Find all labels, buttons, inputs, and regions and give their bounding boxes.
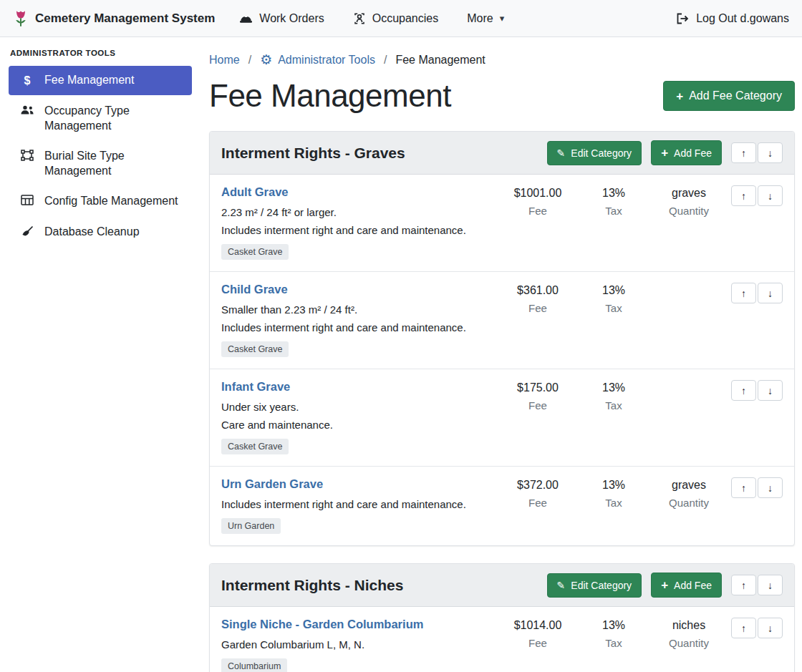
fee-amount: $1001.00 <box>498 187 578 200</box>
move-fee-down-button[interactable]: ↓ <box>758 618 783 638</box>
fee-amount-col: $175.00 Fee <box>498 380 578 412</box>
fee-quantity: graves <box>649 187 728 200</box>
sidebar-item-label: Burial Site Type Management <box>44 149 183 178</box>
sidebar-item-database-cleanup[interactable]: Database Cleanup <box>9 218 192 246</box>
pencil-icon: ✎ <box>557 148 566 158</box>
fee-row: Single Niche - Garden Columbarium Garden… <box>210 607 794 672</box>
fee-list: Adult Grave 2.23 m² / 24 ft² or larger.I… <box>210 175 794 545</box>
fee-amount-label: Fee <box>498 302 578 314</box>
edit-category-button[interactable]: ✎ Edit Category <box>547 141 642 165</box>
breadcrumb-home-link[interactable]: Home <box>209 54 240 67</box>
breadcrumb-current: Fee Management <box>395 54 485 67</box>
sidebar-item-config-table-management[interactable]: Config Table Management <box>9 187 192 215</box>
logout-icon <box>676 13 690 24</box>
sidebar-item-fee-management[interactable]: $ Fee Management <box>9 66 192 95</box>
breadcrumb-separator: / <box>384 54 387 67</box>
fee-tax-label: Tax <box>578 205 649 217</box>
category-list: Interment Rights - Graves ✎ Edit Categor… <box>209 131 795 672</box>
sidebar: ADMINISTRATOR TOOLS $ Fee Management Occ… <box>0 37 200 248</box>
sidebar-item-occupancy-type-management[interactable]: Occupancy Type Management <box>9 97 192 140</box>
sidebar-item-burial-site-type-management[interactable]: Burial Site Type Management <box>9 142 192 185</box>
fee-amount: $175.00 <box>498 381 578 394</box>
fee-name-link[interactable]: Child Grave <box>221 283 288 296</box>
fee-amount-label: Fee <box>498 497 578 509</box>
fee-amount-label: Fee <box>498 637 578 649</box>
fee-quantity-label: Quantity <box>649 497 728 509</box>
add-fee-button[interactable]: + Add Fee <box>651 140 722 165</box>
sidebar-heading: ADMINISTRATOR TOOLS <box>0 44 200 64</box>
fee-category-card: Interment Rights - Graves ✎ Edit Categor… <box>209 131 795 546</box>
vector-square-icon <box>20 149 34 161</box>
move-fee-down-button[interactable]: ↓ <box>758 283 783 303</box>
fee-amount: $1014.00 <box>498 619 578 632</box>
fee-category-header: Interment Rights - Graves ✎ Edit Categor… <box>210 132 794 175</box>
nav-item-more[interactable]: More ▾ <box>467 12 504 25</box>
fee-descriptions: Smaller than 2.23 m² / 24 ft².Includes i… <box>221 303 492 333</box>
fee-name-link[interactable]: Single Niche - Garden Columbarium <box>221 618 423 631</box>
fee-amount-label: Fee <box>498 205 578 217</box>
fee-description: Smaller than 2.23 m² / 24 ft². <box>221 303 492 316</box>
fee-type-badge: Casket Grave <box>221 341 289 357</box>
main-content: Home / ⚙ Administrator Tools / Fee Manag… <box>200 37 802 672</box>
fee-tax-label: Tax <box>578 399 649 412</box>
fee-description: Includes interment right and care and ma… <box>221 321 492 333</box>
breadcrumb-separator: / <box>248 54 251 67</box>
plus-icon: + <box>661 579 668 591</box>
fee-category-actions: ✎ Edit Category + Add Fee ↑ ↓ <box>547 573 783 598</box>
people-icon <box>20 104 34 115</box>
sidebar-item-label: Config Table Management <box>44 194 178 208</box>
move-fee-up-button[interactable]: ↑ <box>731 618 756 638</box>
fee-quantity-col: niches Quantity <box>649 618 728 649</box>
fee-tax-label: Tax <box>578 637 649 649</box>
fee-category-title: Interment Rights - Niches <box>221 577 547 594</box>
pencil-icon: ✎ <box>557 580 566 590</box>
move-fee-up-button[interactable]: ↑ <box>731 477 756 498</box>
logout-label: Log Out d.gowans <box>696 12 789 25</box>
fee-description: Includes interment right and care and ma… <box>221 224 492 236</box>
add-fee-category-button[interactable]: + Add Fee Category <box>663 81 795 111</box>
plus-icon: + <box>676 90 683 102</box>
fee-row: Child Grave Smaller than 2.23 m² / 24 ft… <box>210 271 794 369</box>
add-fee-category-label: Add Fee Category <box>689 89 782 102</box>
move-category-down-button[interactable]: ↓ <box>758 142 783 163</box>
move-fee-up-button[interactable]: ↑ <box>731 185 756 206</box>
fee-type-badge: Casket Grave <box>221 244 289 260</box>
move-fee-up-button[interactable]: ↑ <box>731 283 756 303</box>
breadcrumb-admin-tools-link[interactable]: ⚙ Administrator Tools <box>260 53 375 67</box>
fee-list: Single Niche - Garden Columbarium Garden… <box>210 607 794 672</box>
nav-item-occupancies[interactable]: Occupancies <box>353 12 439 25</box>
move-fee-down-button[interactable]: ↓ <box>758 380 783 401</box>
dollar-icon: $ <box>20 73 34 88</box>
fee-descriptions: Includes interment right and care and ma… <box>221 498 492 510</box>
fee-name-link[interactable]: Infant Grave <box>221 380 290 394</box>
fee-quantity-label: Quantity <box>649 637 728 649</box>
add-fee-label: Add Fee <box>674 147 712 159</box>
hard-hat-icon <box>239 13 253 24</box>
move-fee-down-button[interactable]: ↓ <box>758 185 783 206</box>
fee-amount-col: $1014.00 Fee <box>498 618 578 649</box>
nav-item-work-orders[interactable]: Work Orders <box>239 12 324 25</box>
tulip-logo-icon <box>13 9 29 28</box>
category-reorder-controls: ↑ ↓ <box>731 142 783 163</box>
logout-link[interactable]: Log Out d.gowans <box>676 12 789 25</box>
edit-category-label: Edit Category <box>571 580 632 591</box>
move-category-up-button[interactable]: ↑ <box>731 575 756 595</box>
edit-category-button[interactable]: ✎ Edit Category <box>547 573 642 598</box>
fee-description: Garden Columbarium L, M, N. <box>221 638 492 651</box>
move-fee-down-button[interactable]: ↓ <box>758 477 783 498</box>
move-category-up-button[interactable]: ↑ <box>731 142 756 163</box>
fee-description: Under six years. <box>221 401 492 413</box>
fee-amount-label: Fee <box>498 399 578 412</box>
fee-name-link[interactable]: Adult Grave <box>221 185 289 199</box>
fee-tax-col: 13% Tax <box>578 477 649 509</box>
sidebar-item-label: Database Cleanup <box>44 225 140 239</box>
fee-descriptions: Garden Columbarium L, M, N. <box>221 638 492 651</box>
brand-link[interactable]: Cemetery Management System <box>13 9 215 28</box>
move-fee-up-button[interactable]: ↑ <box>731 380 756 401</box>
fee-details: Urn Garden Grave Includes interment righ… <box>221 477 498 534</box>
sidebar-item-label: Fee Management <box>44 73 134 87</box>
fee-name-link[interactable]: Urn Garden Grave <box>221 477 323 491</box>
breadcrumb: Home / ⚙ Administrator Tools / Fee Manag… <box>209 49 795 67</box>
move-category-down-button[interactable]: ↓ <box>758 575 783 595</box>
add-fee-button[interactable]: + Add Fee <box>651 573 722 598</box>
